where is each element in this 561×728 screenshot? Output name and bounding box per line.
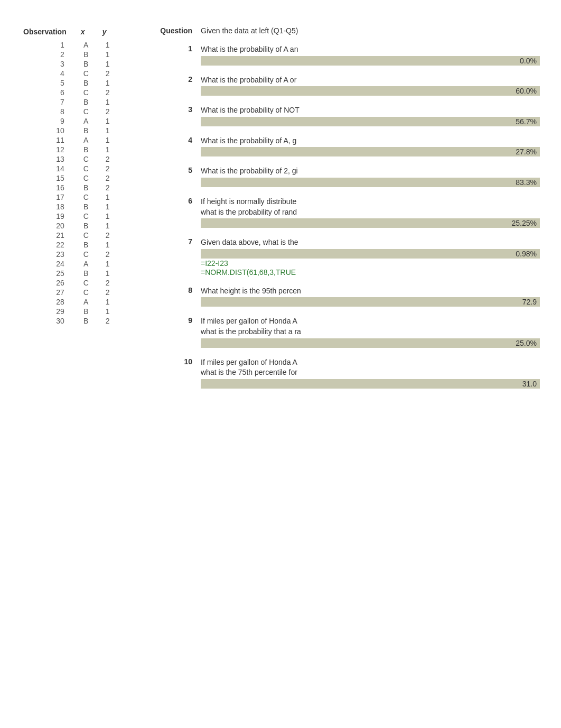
table-row: 18B1	[21, 202, 118, 211]
question-number: 1	[158, 44, 201, 53]
table-row: 24A1	[21, 259, 118, 269]
table-row: 2B1	[21, 50, 118, 59]
table-row: 20B1	[21, 221, 118, 231]
obs-number: 1	[21, 40, 75, 50]
observation-table: Observation x y 1A12B13B14C25B16C27B18C2…	[21, 26, 137, 326]
table-row: 16B2	[21, 183, 118, 192]
obs-x-value: C	[75, 231, 97, 240]
question-content: If miles per gallon of Honda Awhat is th…	[201, 357, 540, 389]
obs-y-value: 1	[97, 78, 118, 88]
table-row: 22B1	[21, 240, 118, 250]
obs-y-value: 1	[97, 240, 118, 250]
obs-x-value: C	[75, 288, 97, 297]
question-row: 5What is the probability of 2, gi83.3%	[158, 166, 540, 187]
obs-x-value: B	[75, 183, 97, 192]
formula-cell-1: =I22-I23	[201, 259, 540, 268]
obs-number: 7	[21, 97, 75, 107]
obs-y-value: 1	[97, 59, 118, 69]
obs-number: 3	[21, 59, 75, 69]
question-content: What is the probability of A, g27.8%	[201, 136, 540, 157]
obs-number: 6	[21, 88, 75, 97]
questions-container: 1What is the probability of A an0.0%2Wha…	[158, 44, 540, 389]
obs-y-value: 2	[97, 164, 118, 173]
question-answer: 72.9	[201, 297, 540, 307]
table-row: 19C1	[21, 211, 118, 221]
obs-y-value: 2	[97, 173, 118, 183]
obs-number: 28	[21, 297, 75, 307]
table-row: 6C2	[21, 88, 118, 97]
table-row: 26C2	[21, 278, 118, 288]
question-answer: 56.7%	[201, 117, 540, 126]
question-text: What is the probability of A or	[201, 76, 296, 84]
obs-x-value: B	[75, 50, 97, 59]
question-row: 10If miles per gallon of Honda Awhat is …	[158, 357, 540, 389]
table-row: 3B1	[21, 59, 118, 69]
question-number: 10	[158, 357, 201, 366]
question-answer: 0.0%	[201, 56, 540, 66]
obs-x-value: A	[75, 259, 97, 269]
question-number: 4	[158, 136, 201, 144]
table-row: 13C2	[21, 154, 118, 164]
obs-number: 2	[21, 50, 75, 59]
question-number: 2	[158, 75, 201, 84]
obs-y-value: 2	[97, 88, 118, 97]
question-text: Given data above, what is the	[201, 238, 298, 246]
question-number: 5	[158, 166, 201, 174]
obs-x-value: B	[75, 126, 97, 135]
obs-number: 5	[21, 78, 75, 88]
obs-y-value: 2	[97, 69, 118, 78]
question-row: 8What height is the 95th percen72.9	[158, 286, 540, 307]
question-row: 6If height is normally distributewhat is…	[158, 197, 540, 228]
obs-x-value: A	[75, 135, 97, 145]
question-answer: 31.0	[201, 379, 540, 389]
obs-x-value: B	[75, 145, 97, 154]
table-row: 21C2	[21, 231, 118, 240]
question-answer: 0.98%	[201, 249, 540, 259]
obs-y-value: 1	[97, 135, 118, 145]
table-row: 8C2	[21, 107, 118, 116]
question-content: What is the probability of A an0.0%	[201, 44, 540, 66]
obs-number: 4	[21, 69, 75, 78]
obs-number: 9	[21, 116, 75, 126]
question-text: If height is normally distributewhat is …	[201, 197, 297, 216]
question-answer: 25.0%	[201, 338, 540, 348]
table-row: 10B1	[21, 126, 118, 135]
questions-header-row: Question Given the data at left (Q1-Q5)	[158, 26, 540, 35]
obs-y-value: 2	[97, 183, 118, 192]
obs-y-value: 2	[97, 278, 118, 288]
x-col-header: x	[75, 26, 97, 40]
question-text: If miles per gallon of Honda Awhat is th…	[201, 358, 297, 377]
obs-number: 15	[21, 173, 75, 183]
obs-number: 16	[21, 183, 75, 192]
obs-y-value: 2	[97, 250, 118, 259]
question-content: What is the probability of NOT56.7%	[201, 105, 540, 126]
question-answer: 27.8%	[201, 147, 540, 156]
obs-y-value: 2	[97, 107, 118, 116]
question-content: If height is normally distributewhat is …	[201, 197, 540, 228]
obs-x-value: A	[75, 40, 97, 50]
question-row: 9If miles per gallon of Honda Awhat is t…	[158, 316, 540, 347]
question-answer: 60.0%	[201, 86, 540, 96]
table-row: 30B2	[21, 316, 118, 326]
table-row: 4C2	[21, 69, 118, 78]
obs-x-value: B	[75, 59, 97, 69]
table-row: 28A1	[21, 297, 118, 307]
obs-number: 12	[21, 145, 75, 154]
obs-y-value: 1	[97, 307, 118, 316]
question-number: 8	[158, 286, 201, 294]
table-row: 25B1	[21, 269, 118, 278]
obs-number: 23	[21, 250, 75, 259]
obs-number: 26	[21, 278, 75, 288]
question-text: If miles per gallon of Honda Awhat is th…	[201, 317, 301, 336]
obs-y-value: 1	[97, 192, 118, 202]
obs-x-value: B	[75, 202, 97, 211]
question-text: What is the probability of A, g	[201, 136, 296, 145]
question-number: 3	[158, 105, 201, 114]
table-row: 27C2	[21, 288, 118, 297]
obs-x-value: C	[75, 88, 97, 97]
question-row: 2What is the probability of A or60.0%	[158, 75, 540, 96]
obs-x-value: B	[75, 97, 97, 107]
obs-y-value: 1	[97, 126, 118, 135]
obs-x-value: B	[75, 269, 97, 278]
questions-section: Question Given the data at left (Q1-Q5) …	[158, 26, 540, 398]
